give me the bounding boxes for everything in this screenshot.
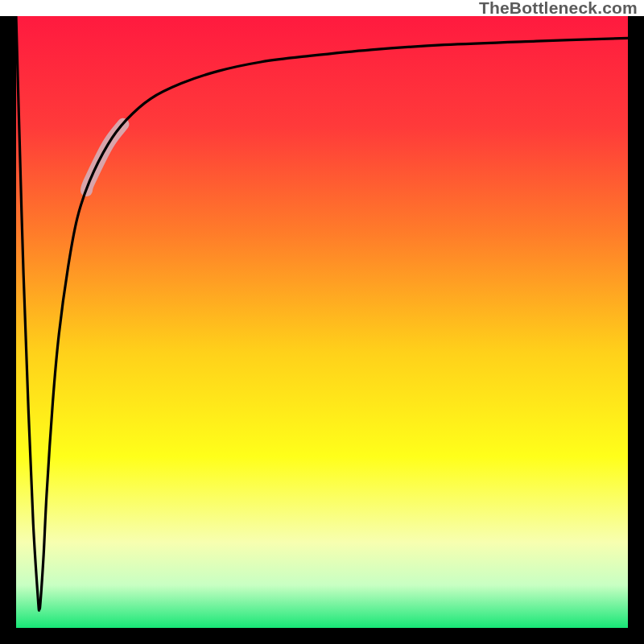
chart-frame — [0, 16, 644, 644]
watermark-label: TheBottleneck.com — [479, 0, 638, 18]
chart-root: TheBottleneck.com — [0, 0, 644, 644]
plot-area — [16, 16, 628, 628]
chart-svg — [16, 16, 628, 628]
gradient-background — [16, 16, 628, 628]
